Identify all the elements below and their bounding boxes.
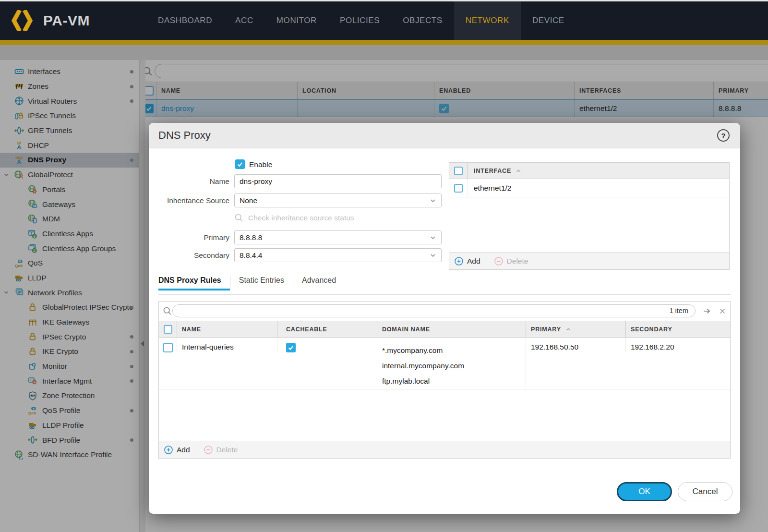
palo-alto-logo-icon — [7, 10, 37, 31]
search-icon — [234, 213, 244, 223]
nav-tab-dashboard[interactable]: DASHBOARD — [146, 1, 224, 40]
enable-row: Enable — [235, 159, 272, 170]
rule-select-cell — [159, 338, 177, 352]
cacheable-checkbox[interactable] — [286, 343, 296, 352]
rules-column-header-domain-name[interactable]: DOMAIN NAME — [377, 321, 526, 337]
primary-label: Primary — [158, 230, 229, 244]
check-inheritance-status-link[interactable]: Check inheritance source status — [234, 213, 354, 223]
add-label: Add — [467, 257, 480, 266]
domain-name: internal.mycompany.com — [382, 358, 464, 374]
dns-proxy-rules-panel: 1 item NAMECACHEABLEDOMAIN NAMEPRIMARYSE… — [158, 301, 731, 459]
rule-domain-cell: *.mycompany.cominternal.mycompany.comftp… — [377, 338, 526, 389]
nav-tab-monitor[interactable]: MONITOR — [265, 1, 328, 40]
nav-tab-policies[interactable]: POLICIES — [328, 1, 391, 40]
delete-label: Delete — [507, 257, 528, 266]
cancel-button[interactable]: Cancel — [678, 482, 732, 501]
check-inheritance-status-label: Check inheritance source status — [248, 214, 354, 222]
secondary-select[interactable] — [234, 248, 442, 262]
interface-table-footer: Add Delete — [449, 252, 729, 269]
rules-column-label: SECONDARY — [631, 326, 672, 333]
rules-column-header-name[interactable]: NAME — [177, 321, 277, 337]
rules-select-all-checkbox[interactable] — [164, 325, 172, 334]
enable-checkbox[interactable] — [235, 159, 245, 169]
primary-select[interactable] — [234, 230, 442, 244]
apply-filter-arrow-icon[interactable] — [702, 306, 712, 316]
name-label: Name — [158, 174, 229, 188]
domain-list: *.mycompany.cominternal.mycompany.comftp… — [382, 343, 464, 389]
rule-select-checkbox[interactable] — [163, 343, 173, 352]
interface-add-button[interactable]: Add — [454, 256, 480, 266]
interface-row[interactable]: ethernet1/2 — [449, 179, 729, 197]
rules-column-label: NAME — [182, 326, 201, 333]
rules-column-label: CACHEABLE — [286, 326, 327, 333]
brand-stripe — [0, 40, 768, 45]
rule-name-cell: Internal-queries — [177, 338, 277, 351]
inheritance-source-label: Inheritance Source — [158, 193, 229, 207]
product-name: PA-VM — [43, 12, 90, 29]
palo-alto-logo: PA-VM — [7, 10, 90, 31]
dialog-title: DNS Proxy — [158, 129, 211, 142]
secondary-label: Secondary — [158, 248, 229, 262]
nav-tab-acc[interactable]: ACC — [224, 1, 265, 40]
rule-cacheable-cell — [277, 338, 377, 352]
rule-delete-button[interactable]: Delete — [204, 445, 238, 455]
rules-column-label: DOMAIN NAME — [382, 326, 430, 333]
interface-delete-button[interactable]: Delete — [494, 256, 528, 266]
interface-row-checkbox-cell — [449, 179, 468, 197]
rule-primary-cell: 192.168.50.50 — [526, 338, 626, 351]
interface-table: INTERFACE ethernet1/2 Add Delete — [449, 162, 730, 270]
rules-search-pill: 1 item — [172, 304, 696, 317]
rule-row[interactable]: Internal-queries*.mycompany.cominternal.… — [159, 338, 730, 389]
help-icon[interactable]: ? — [717, 129, 730, 142]
minus-circle-icon — [494, 256, 504, 266]
interface-name: ethernet1/2 — [468, 184, 511, 193]
rules-header-row: NAMECACHEABLEDOMAIN NAMEPRIMARYSECONDARY — [159, 321, 730, 338]
search-icon — [163, 306, 172, 316]
domain-name: ftp.mylab.local — [382, 374, 464, 389]
rules-search-input[interactable] — [179, 305, 651, 317]
interface-row-checkbox[interactable] — [454, 184, 463, 193]
clear-filter-close-icon[interactable] — [718, 306, 727, 316]
rule-add-button[interactable]: Add — [164, 445, 190, 455]
item-count: 1 item — [670, 307, 689, 314]
domain-name: *.mycompany.com — [382, 343, 464, 358]
rules-select-all-cell — [159, 321, 177, 337]
delete-label: Delete — [216, 446, 238, 454]
interface-column-header: INTERFACE — [474, 168, 511, 174]
inheritance-source-select[interactable] — [234, 193, 442, 207]
interface-select-all-checkbox[interactable] — [454, 167, 463, 175]
enable-label: Enable — [249, 160, 272, 169]
rules-column-label: PRIMARY — [531, 326, 561, 333]
dialog-header: DNS Proxy — [149, 123, 740, 148]
dialog-tabs: DNS Proxy RulesStatic EntriesAdvanced — [158, 275, 345, 292]
top-navbar: PA-VM DASHBOARDACCMONITORPOLICIESOBJECTS… — [0, 1, 768, 40]
minus-circle-icon — [204, 445, 213, 455]
name-field[interactable] — [234, 174, 442, 188]
sort-ascending-icon — [565, 326, 572, 333]
dns-proxy-dialog: DNS Proxy ? Enable Name Inheritance Sour… — [149, 123, 740, 514]
rules-column-header-primary[interactable]: PRIMARY — [526, 321, 626, 337]
nav-tab-device[interactable]: DEVICE — [521, 1, 576, 40]
nav-tab-objects[interactable]: OBJECTS — [391, 1, 454, 40]
pan-os-screen: PA-VM DASHBOARDACCMONITORPOLICIESOBJECTS… — [0, 0, 768, 532]
main-nav: DASHBOARDACCMONITORPOLICIESOBJECTSNETWOR… — [146, 1, 576, 40]
tab-advanced[interactable]: Advanced — [293, 276, 345, 290]
rule-secondary-cell: 192.168.2.20 — [626, 338, 730, 351]
tab-static-entries[interactable]: Static Entries — [230, 276, 293, 290]
rules-search-row: 1 item — [159, 302, 730, 321]
nav-tab-network[interactable]: NETWORK — [454, 1, 521, 40]
rules-column-header-cacheable[interactable]: CACHEABLE — [277, 321, 377, 337]
sort-ascending-icon[interactable] — [515, 168, 522, 174]
plus-circle-icon — [454, 256, 464, 266]
tab-dns-proxy-rules[interactable]: DNS Proxy Rules — [158, 276, 230, 290]
plus-circle-icon — [164, 445, 173, 455]
rules-column-header-secondary[interactable]: SECONDARY — [626, 321, 730, 337]
tabs-divider — [158, 294, 731, 295]
add-label: Add — [177, 446, 190, 454]
interface-table-header: INTERFACE — [449, 163, 729, 179]
rules-table-footer: Add Delete — [159, 441, 730, 458]
ok-button[interactable]: OK — [617, 482, 672, 501]
